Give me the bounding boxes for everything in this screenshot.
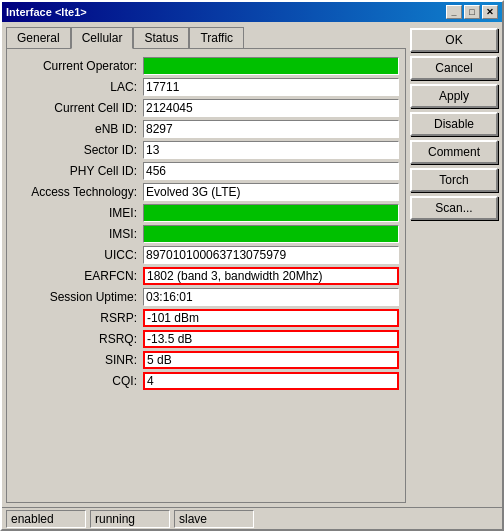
field-row-rsrq: RSRQ: bbox=[13, 330, 399, 348]
input-earfcn[interactable] bbox=[143, 267, 399, 285]
status-bar: enabled running slave bbox=[2, 507, 502, 529]
field-row-enb-id: eNB ID: bbox=[13, 120, 399, 138]
scan-button[interactable]: Scan... bbox=[410, 196, 498, 220]
label-imei: IMEI: bbox=[13, 206, 143, 220]
tab-cellular[interactable]: Cellular bbox=[71, 27, 134, 49]
label-lac: LAC: bbox=[13, 80, 143, 94]
comment-button[interactable]: Comment bbox=[410, 140, 498, 164]
field-row-access-tech: Access Technology: bbox=[13, 183, 399, 201]
apply-button[interactable]: Apply bbox=[410, 84, 498, 108]
title-bar-controls: _ □ ✕ bbox=[446, 5, 498, 19]
main-area: General Cellular Status Traffic Current … bbox=[6, 26, 406, 503]
maximize-button[interactable]: □ bbox=[464, 5, 480, 19]
title-bar: Interface <lte1> _ □ ✕ bbox=[2, 2, 502, 22]
window: Interface <lte1> _ □ ✕ General Cellular … bbox=[0, 0, 504, 531]
input-imei[interactable] bbox=[143, 204, 399, 222]
field-row-sector-id: Sector ID: bbox=[13, 141, 399, 159]
ok-button[interactable]: OK bbox=[410, 28, 498, 52]
field-row-lac: LAC: bbox=[13, 78, 399, 96]
disable-button[interactable]: Disable bbox=[410, 112, 498, 136]
input-sector-id[interactable] bbox=[143, 141, 399, 159]
label-uicc: UICC: bbox=[13, 248, 143, 262]
tab-traffic[interactable]: Traffic bbox=[189, 27, 244, 49]
content-area: General Cellular Status Traffic Current … bbox=[2, 22, 502, 507]
window-title: Interface <lte1> bbox=[6, 6, 87, 18]
button-panel: OK Cancel Apply Disable Comment Torch Sc… bbox=[410, 26, 498, 503]
input-current-operator[interactable] bbox=[143, 57, 399, 75]
field-row-uicc: UICC: bbox=[13, 246, 399, 264]
label-access-tech: Access Technology: bbox=[13, 185, 143, 199]
status-running: running bbox=[90, 510, 170, 528]
field-row-phy-cell-id: PHY Cell ID: bbox=[13, 162, 399, 180]
label-cqi: CQI: bbox=[13, 374, 143, 388]
input-phy-cell-id[interactable] bbox=[143, 162, 399, 180]
field-row-imsi: IMSI: bbox=[13, 225, 399, 243]
tab-bar: General Cellular Status Traffic bbox=[6, 26, 406, 48]
status-enabled: enabled bbox=[6, 510, 86, 528]
field-row-session-uptime: Session Uptime: bbox=[13, 288, 399, 306]
tab-general[interactable]: General bbox=[6, 27, 71, 49]
input-rsrq[interactable] bbox=[143, 330, 399, 348]
label-cell-id: Current Cell ID: bbox=[13, 101, 143, 115]
input-lac[interactable] bbox=[143, 78, 399, 96]
field-row-cell-id: Current Cell ID: bbox=[13, 99, 399, 117]
close-button[interactable]: ✕ bbox=[482, 5, 498, 19]
field-row-sinr: SINR: bbox=[13, 351, 399, 369]
label-rsrp: RSRP: bbox=[13, 311, 143, 325]
input-cell-id[interactable] bbox=[143, 99, 399, 117]
field-row-current-operator: Current Operator: bbox=[13, 57, 399, 75]
label-session-uptime: Session Uptime: bbox=[13, 290, 143, 304]
input-access-tech[interactable] bbox=[143, 183, 399, 201]
label-imsi: IMSI: bbox=[13, 227, 143, 241]
label-current-operator: Current Operator: bbox=[13, 59, 143, 73]
field-row-earfcn: EARFCN: bbox=[13, 267, 399, 285]
label-sector-id: Sector ID: bbox=[13, 143, 143, 157]
status-slave: slave bbox=[174, 510, 254, 528]
tab-status[interactable]: Status bbox=[133, 27, 189, 49]
label-rsrq: RSRQ: bbox=[13, 332, 143, 346]
torch-button[interactable]: Torch bbox=[410, 168, 498, 192]
input-session-uptime[interactable] bbox=[143, 288, 399, 306]
panel-cellular: Current Operator: LAC: Current Cell ID: … bbox=[6, 48, 406, 503]
cancel-button[interactable]: Cancel bbox=[410, 56, 498, 80]
input-uicc[interactable] bbox=[143, 246, 399, 264]
minimize-button[interactable]: _ bbox=[446, 5, 462, 19]
label-earfcn: EARFCN: bbox=[13, 269, 143, 283]
field-row-cqi: CQI: bbox=[13, 372, 399, 390]
label-sinr: SINR: bbox=[13, 353, 143, 367]
label-enb-id: eNB ID: bbox=[13, 122, 143, 136]
input-imsi[interactable] bbox=[143, 225, 399, 243]
field-row-rsrp: RSRP: bbox=[13, 309, 399, 327]
field-row-imei: IMEI: bbox=[13, 204, 399, 222]
label-phy-cell-id: PHY Cell ID: bbox=[13, 164, 143, 178]
input-enb-id[interactable] bbox=[143, 120, 399, 138]
input-rsrp[interactable] bbox=[143, 309, 399, 327]
input-cqi[interactable] bbox=[143, 372, 399, 390]
input-sinr[interactable] bbox=[143, 351, 399, 369]
